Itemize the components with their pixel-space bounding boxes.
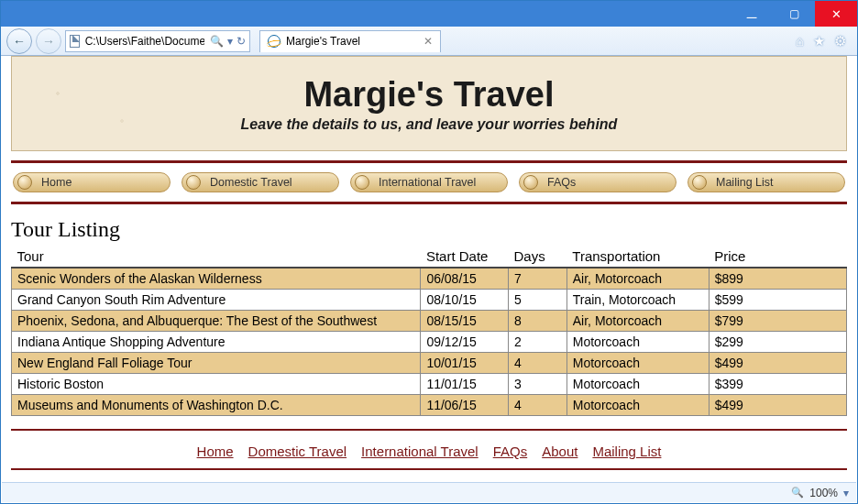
- col-price: Price: [709, 246, 846, 268]
- status-bar: 🔍 100% ▾: [2, 482, 856, 502]
- nav-home[interactable]: Home: [13, 172, 170, 192]
- nav-faqs[interactable]: FAQs: [519, 172, 676, 192]
- browser-tab[interactable]: Margie's Travel ✕: [259, 30, 441, 52]
- cell-days: 4: [509, 395, 567, 416]
- footer-nav: HomeDomestic TravelInternational TravelF…: [11, 436, 847, 463]
- page-heading: Tour Listing: [11, 217, 847, 242]
- cell-transport: Air, Motorcoach: [566, 268, 709, 290]
- site-title: Margie's Travel: [303, 75, 554, 115]
- cell-price: $899: [709, 268, 846, 290]
- address-bar[interactable]: 🔍 ▾ ↻: [65, 30, 250, 52]
- cell-transport: Air, Motorcoach: [566, 311, 709, 332]
- col-start: Start Date: [421, 246, 509, 268]
- tab-close-icon[interactable]: ✕: [424, 35, 433, 48]
- cell-start: 09/12/15: [421, 332, 509, 353]
- nav-label: Home: [41, 176, 72, 189]
- nav-dot-icon: [186, 175, 201, 190]
- col-tour: Tour: [12, 246, 421, 268]
- table-row: Indiana Antique Shopping Adventure09/12/…: [12, 332, 847, 353]
- cell-tour: Indiana Antique Shopping Adventure: [12, 332, 421, 353]
- cell-start: 08/10/15: [421, 290, 509, 311]
- dropdown-icon[interactable]: ▾: [227, 35, 233, 48]
- minimize-button[interactable]: [731, 1, 773, 27]
- footer-link[interactable]: Home: [197, 444, 234, 459]
- cell-price: $299: [709, 332, 846, 353]
- copyright: Copyright © Margie's Travel No material …: [11, 476, 847, 481]
- ie-icon: [268, 35, 280, 48]
- site-banner: Margie's Travel Leave the details to us,…: [11, 56, 847, 151]
- cell-tour: Scenic Wonders of the Alaskan Wilderness: [12, 268, 421, 290]
- footer-link[interactable]: Domestic Travel: [248, 444, 347, 459]
- cell-tour: Museums and Monuments of Washington D.C.: [12, 395, 421, 416]
- table-row: Phoenix, Sedona, and Albuquerque: The Be…: [12, 311, 847, 332]
- cell-days: 8: [509, 311, 567, 332]
- page-icon: [70, 35, 80, 48]
- nav-label: Domestic Travel: [210, 176, 292, 189]
- col-transport: Transportation: [566, 246, 709, 268]
- nav-label: FAQs: [547, 176, 576, 189]
- cell-days: 3: [509, 374, 567, 395]
- table-header-row: Tour Start Date Days Transportation Pric…: [12, 246, 847, 268]
- table-row: Grand Canyon South Rim Adventure08/10/15…: [12, 290, 847, 311]
- divider: [11, 202, 847, 204]
- nav-international[interactable]: International Travel: [350, 172, 508, 192]
- nav-mailing-list[interactable]: Mailing List: [688, 172, 845, 192]
- cell-price: $599: [709, 290, 846, 311]
- page-viewport[interactable]: Margie's Travel Leave the details to us,…: [2, 56, 856, 481]
- cell-start: 11/01/15: [421, 374, 509, 395]
- address-input[interactable]: [83, 34, 206, 49]
- search-icon[interactable]: 🔍: [210, 35, 224, 48]
- cell-start: 08/15/15: [421, 311, 509, 332]
- cell-price: $499: [709, 353, 846, 374]
- close-button[interactable]: [815, 1, 857, 27]
- cell-price: $399: [709, 374, 846, 395]
- footer-link[interactable]: Mailing List: [592, 444, 661, 459]
- browser-window: ← → 🔍 ▾ ↻ Margie's Travel ✕ ⌂ ★ ⚙ Margie…: [0, 0, 858, 504]
- cell-start: 10/01/15: [421, 353, 509, 374]
- main-nav: Home Domestic Travel International Trave…: [13, 172, 845, 192]
- refresh-icon[interactable]: ↻: [236, 35, 246, 48]
- cell-transport: Motorcoach: [566, 374, 709, 395]
- tab-title: Margie's Travel: [286, 35, 360, 48]
- cell-transport: Motorcoach: [566, 332, 709, 353]
- favorites-icon[interactable]: ★: [813, 33, 825, 49]
- window-titlebar: [1, 1, 857, 27]
- cell-start: 06/08/15: [421, 268, 509, 290]
- home-icon[interactable]: ⌂: [796, 33, 804, 49]
- toolbar-right: ⌂ ★ ⚙: [796, 33, 852, 49]
- settings-icon[interactable]: ⚙: [834, 33, 846, 49]
- page-content: Margie's Travel Leave the details to us,…: [2, 56, 856, 481]
- nav-label: International Travel: [379, 176, 476, 189]
- nav-dot-icon: [523, 175, 538, 190]
- footer-link[interactable]: International Travel: [361, 444, 478, 459]
- zoom-level: 100%: [809, 487, 838, 499]
- divider: [11, 468, 847, 470]
- nav-label: Mailing List: [716, 176, 774, 189]
- cell-transport: Motorcoach: [566, 395, 709, 416]
- table-row: Museums and Monuments of Washington D.C.…: [12, 395, 847, 416]
- zoom-dropdown-icon[interactable]: ▾: [843, 487, 849, 499]
- forward-button[interactable]: →: [36, 28, 61, 54]
- back-button[interactable]: ←: [6, 28, 32, 54]
- zoom-icon[interactable]: 🔍: [791, 487, 804, 499]
- divider: [11, 160, 847, 163]
- table-row: New England Fall Foliage Tour10/01/154Mo…: [12, 353, 847, 374]
- nav-domestic[interactable]: Domestic Travel: [182, 172, 339, 192]
- footer-link[interactable]: About: [542, 444, 578, 459]
- cell-tour: Phoenix, Sedona, and Albuquerque: The Be…: [12, 311, 421, 332]
- maximize-button[interactable]: [773, 1, 815, 27]
- nav-dot-icon: [692, 175, 707, 190]
- cell-tour: Grand Canyon South Rim Adventure: [12, 290, 421, 311]
- cell-price: $499: [709, 395, 846, 416]
- tour-table: Tour Start Date Days Transportation Pric…: [11, 246, 847, 416]
- cell-start: 11/06/15: [421, 395, 509, 416]
- cell-transport: Train, Motorcoach: [566, 290, 709, 311]
- copyright-line: Copyright © Margie's Travel: [11, 479, 847, 481]
- browser-toolbar: ← → 🔍 ▾ ↻ Margie's Travel ✕ ⌂ ★ ⚙: [1, 27, 857, 56]
- cell-transport: Motorcoach: [566, 353, 709, 374]
- cell-days: 7: [509, 268, 567, 290]
- cell-tour: Historic Boston: [12, 374, 421, 395]
- cell-days: 4: [509, 353, 567, 374]
- cell-tour: New England Fall Foliage Tour: [12, 353, 421, 374]
- footer-link[interactable]: FAQs: [493, 444, 528, 459]
